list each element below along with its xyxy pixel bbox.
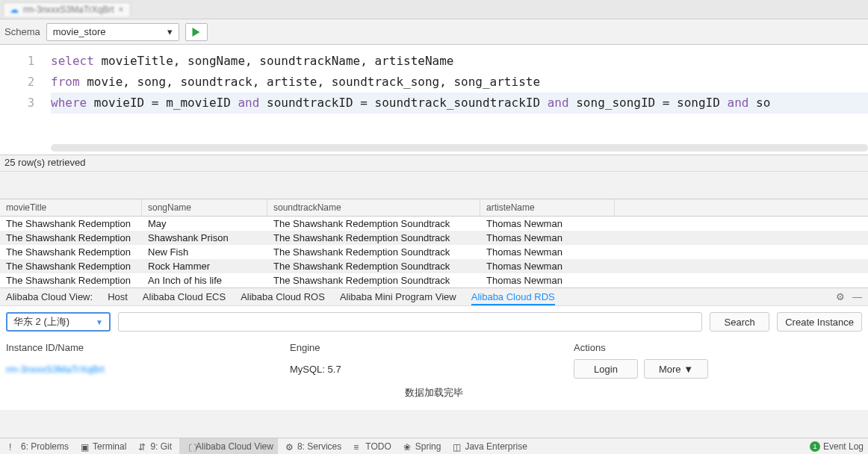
chevron-down-icon: ▼ xyxy=(96,318,103,326)
more-button[interactable]: More ▼ xyxy=(644,359,708,379)
region-value: 华东 2 (上海) xyxy=(13,315,69,329)
results-body: The Shawshank RedemptionMayThe Shawshank… xyxy=(0,217,868,287)
event-log-button[interactable]: 1 Event Log xyxy=(810,441,864,452)
file-tab[interactable]: ☁ rm-3nxxxS3MaTrXqBrt × xyxy=(3,2,131,16)
bottom-tab[interactable]: ▣Terminal xyxy=(76,438,131,454)
spacer xyxy=(0,172,868,199)
minimize-icon[interactable]: — xyxy=(852,291,862,302)
load-status: 数据加载完毕 xyxy=(6,382,862,404)
close-icon[interactable]: × xyxy=(119,4,124,15)
table-row[interactable]: The Shawshank RedemptionMayThe Shawshank… xyxy=(0,217,868,231)
cloud-tab[interactable]: Host xyxy=(108,291,128,304)
instance-engine: MySQL: 5.7 xyxy=(290,364,574,375)
schema-value: movie_store xyxy=(53,26,106,37)
code-body[interactable]: select movieTitle, songName, soundtrackN… xyxy=(43,45,868,155)
col-engine: Engine xyxy=(290,342,574,353)
schema-dropdown[interactable]: movie_store ▾ xyxy=(46,23,179,41)
horizontal-scrollbar[interactable] xyxy=(51,144,868,152)
instance-search-input[interactable] xyxy=(118,312,702,332)
column-header[interactable]: movieTitle xyxy=(0,199,142,216)
sql-editor[interactable]: 123 select movieTitle, songName, soundtr… xyxy=(0,45,868,155)
instance-id-link[interactable]: rm-3nxxxS3MaTrXqBrt xyxy=(6,364,290,375)
query-status: 25 row(s) retrieved xyxy=(0,155,868,172)
schema-toolbar: Schema movie_store ▾ xyxy=(0,19,868,45)
bottom-tab[interactable]: ❀Spring xyxy=(399,438,446,454)
cloud-icon: ☁ xyxy=(10,4,19,15)
bottom-tab[interactable]: ⚙8: Services xyxy=(281,438,346,454)
bottom-tab[interactable]: ◫Java Enterprise xyxy=(448,438,531,454)
cloud-tab[interactable]: Alibaba Cloud RDS xyxy=(471,291,555,305)
play-icon xyxy=(192,28,200,37)
region-dropdown[interactable]: 华东 2 (上海) ▼ xyxy=(6,312,111,332)
gear-icon[interactable]: ⚙ xyxy=(836,291,845,302)
run-button[interactable] xyxy=(185,23,208,41)
instance-table-header: Instance ID/Name Engine Actions xyxy=(6,339,862,356)
col-actions: Actions xyxy=(574,342,708,353)
bottom-tab[interactable]: !6: Problems xyxy=(4,438,73,454)
search-button[interactable]: Search xyxy=(710,312,769,332)
instance-row: rm-3nxxxS3MaTrXqBrt MySQL: 5.7 Login Mor… xyxy=(6,356,862,382)
table-row[interactable]: The Shawshank RedemptionRock HammerThe S… xyxy=(0,259,868,273)
event-log-label: Event Log xyxy=(823,441,864,452)
bottom-tab[interactable]: ≡TODO xyxy=(349,438,395,454)
bottom-tab[interactable]: 〔〕Alibaba Cloud View xyxy=(179,438,278,454)
column-header[interactable]: soundtrackName xyxy=(267,199,480,216)
results-header: movieTitlesongNamesoundtrackNameartisteN… xyxy=(0,199,868,217)
cloud-tab[interactable]: Alibaba Mini Program View xyxy=(340,291,456,304)
cloud-view-label: Alibaba Cloud View: xyxy=(6,291,93,302)
bottom-tab[interactable]: ⇵9: Git xyxy=(134,438,176,454)
col-instance-id: Instance ID/Name xyxy=(6,342,290,353)
results-grid: movieTitlesongNamesoundtrackNameartisteN… xyxy=(0,199,868,287)
table-row[interactable]: The Shawshank RedemptionNew FishThe Shaw… xyxy=(0,245,868,259)
login-button[interactable]: Login xyxy=(574,359,638,379)
event-badge: 1 xyxy=(810,441,820,452)
schema-label: Schema xyxy=(4,26,40,37)
column-header[interactable]: artisteName xyxy=(480,199,615,216)
cloud-rds-panel: 华东 2 (上海) ▼ Search Create Instance Insta… xyxy=(0,305,868,410)
cloud-view-tabs: Alibaba Cloud View: HostAlibaba Cloud EC… xyxy=(0,287,868,305)
file-tab-bar: ☁ rm-3nxxxS3MaTrXqBrt × xyxy=(0,0,868,19)
file-tab-label: rm-3nxxxS3MaTrXqBrt xyxy=(23,4,114,15)
create-instance-button[interactable]: Create Instance xyxy=(777,312,862,332)
bottom-tool-bar: !6: Problems▣Terminal⇵9: Git〔〕Alibaba Cl… xyxy=(0,438,868,454)
column-header[interactable]: songName xyxy=(142,199,267,216)
cloud-tab[interactable]: Alibaba Cloud ECS xyxy=(143,291,226,304)
cloud-tab[interactable]: Alibaba Cloud ROS xyxy=(241,291,325,304)
table-row[interactable]: The Shawshank RedemptionShawshank Prison… xyxy=(0,231,868,245)
chevron-down-icon: ▾ xyxy=(167,26,173,37)
line-gutter: 123 xyxy=(0,45,43,155)
table-row[interactable]: The Shawshank RedemptionAn Inch of his l… xyxy=(0,273,868,287)
